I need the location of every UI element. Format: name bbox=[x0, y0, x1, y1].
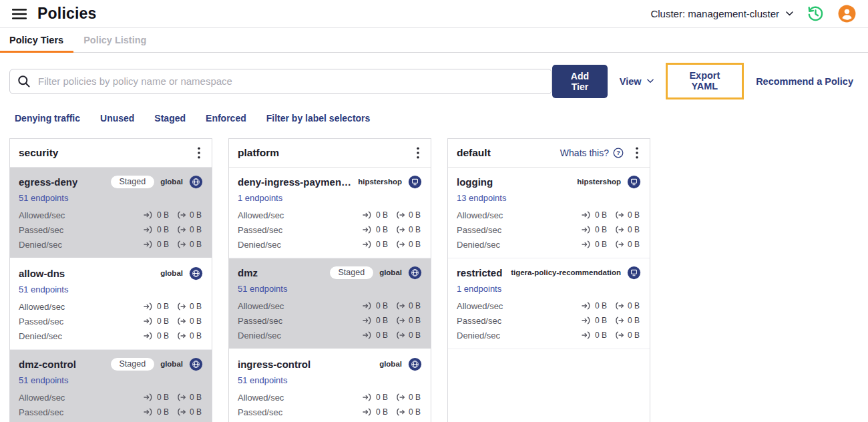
egress-value: 0 B bbox=[190, 240, 202, 249]
cluster-selector-label: Cluster: management-cluster bbox=[650, 8, 779, 19]
egress-value: 0 B bbox=[190, 210, 202, 220]
egress-value: 0 B bbox=[190, 302, 202, 311]
ingress-value: 0 B bbox=[157, 407, 169, 417]
metric-group: 0 B bbox=[614, 301, 640, 310]
egress-icon bbox=[614, 240, 624, 248]
metric-group: 0 B bbox=[176, 302, 202, 311]
endpoints-link[interactable]: 51 endpoints bbox=[19, 193, 68, 203]
endpoints-link[interactable]: 51 endpoints bbox=[19, 375, 68, 385]
filter-staged[interactable]: Staged bbox=[154, 113, 186, 124]
policy-card[interactable]: egress-denyStagedglobal51 endpointsAllow… bbox=[10, 168, 212, 259]
kebab-menu-icon bbox=[417, 147, 419, 159]
policy-card[interactable]: restrictedtigera-policy-recommendation1 … bbox=[448, 258, 650, 349]
tier-header-actions bbox=[414, 146, 422, 160]
policy-card[interactable]: deny-ingress-paymentservi…hipstershop1 e… bbox=[229, 168, 431, 258]
metric-group: 0 B bbox=[144, 331, 169, 341]
endpoints-link[interactable]: 1 endpoints bbox=[457, 284, 501, 294]
tier-menu-button[interactable] bbox=[195, 146, 203, 160]
tier-header-actions bbox=[195, 146, 203, 160]
metric-row: Passed/sec0 B0 B bbox=[19, 222, 203, 237]
egress-icon bbox=[614, 302, 624, 310]
policy-card-title-row: ingress-controlglobal bbox=[238, 355, 422, 373]
cluster-selector[interactable]: Cluster: management-cluster bbox=[650, 8, 793, 19]
ingress-value: 0 B bbox=[157, 316, 169, 326]
metric-group: 0 B bbox=[395, 407, 421, 417]
global-icon bbox=[189, 266, 203, 280]
view-dropdown-label: View bbox=[620, 76, 642, 87]
policy-card[interactable]: allow-dnsglobal51 endpointsAllowed/sec0 … bbox=[10, 259, 212, 350]
metric-group: 0 B bbox=[144, 393, 169, 402]
policy-card[interactable]: dmzStagedglobal51 endpointsAllowed/sec0 … bbox=[229, 258, 431, 350]
filter-enforced[interactable]: Enforced bbox=[206, 113, 246, 124]
metric-group: 0 B bbox=[144, 210, 169, 220]
metric-values: 0 B0 B bbox=[582, 301, 641, 310]
endpoints-link[interactable]: 51 endpoints bbox=[19, 284, 68, 294]
metric-group: 0 B bbox=[582, 316, 607, 325]
filter-by-label-selectors[interactable]: Filter by label selectors bbox=[266, 113, 371, 124]
metric-group: 0 B bbox=[614, 331, 640, 340]
ingress-icon bbox=[582, 302, 592, 310]
endpoints-link[interactable]: 1 endpoints bbox=[238, 193, 282, 203]
scope-label: hipstershop bbox=[577, 178, 621, 186]
endpoints-link[interactable]: 13 endpoints bbox=[457, 193, 506, 203]
tab-policy-listing[interactable]: Policy Listing bbox=[73, 28, 156, 52]
policy-filter-input[interactable] bbox=[9, 69, 552, 94]
policy-card-meta: hipstershop bbox=[572, 175, 641, 189]
metric-values: 0 B0 B bbox=[144, 225, 203, 234]
ingress-value: 0 B bbox=[595, 225, 607, 234]
avatar-button[interactable] bbox=[838, 5, 856, 23]
egress-icon bbox=[395, 316, 405, 325]
ingress-value: 0 B bbox=[157, 210, 169, 220]
filter-unused[interactable]: Unused bbox=[100, 113, 134, 124]
whats-this-link[interactable]: Whats this?? bbox=[560, 148, 624, 158]
tier-menu-button[interactable] bbox=[414, 146, 422, 160]
metric-group: 0 B bbox=[363, 240, 388, 249]
egress-value: 0 B bbox=[409, 393, 421, 402]
kebab-menu-icon bbox=[636, 147, 638, 159]
ingress-value: 0 B bbox=[595, 316, 607, 325]
ingress-value: 0 B bbox=[157, 225, 169, 234]
policy-name: ingress-control bbox=[238, 359, 310, 370]
ingress-icon bbox=[144, 408, 154, 416]
policy-card[interactable]: logginghipstershop13 endpointsAllowed/se… bbox=[448, 168, 650, 258]
egress-icon bbox=[614, 316, 624, 325]
ingress-value: 0 B bbox=[157, 393, 169, 402]
metric-group: 0 B bbox=[395, 225, 421, 234]
namespace-icon bbox=[627, 175, 641, 189]
policy-card[interactable]: dmz-controlStagedglobal51 endpointsAllow… bbox=[10, 350, 212, 422]
metric-row: Allowed/sec0 B0 B bbox=[19, 390, 203, 405]
metric-group: 0 B bbox=[176, 316, 202, 326]
tier-menu-button[interactable] bbox=[633, 146, 641, 160]
hamburger-menu-button[interactable] bbox=[11, 7, 28, 21]
ingress-value: 0 B bbox=[595, 301, 607, 310]
metric-row: Passed/sec0 B0 B bbox=[238, 313, 422, 328]
metric-group: 0 B bbox=[582, 210, 607, 220]
global-icon bbox=[189, 266, 203, 280]
metric-group: 0 B bbox=[614, 240, 640, 249]
ingress-value: 0 B bbox=[376, 331, 388, 340]
tab-policy-tiers[interactable]: Policy Tiers bbox=[0, 28, 73, 52]
egress-icon bbox=[176, 393, 186, 401]
history-button[interactable] bbox=[807, 5, 825, 23]
ingress-icon bbox=[144, 240, 154, 248]
global-icon bbox=[408, 266, 422, 280]
endpoints-link[interactable]: 51 endpoints bbox=[238, 284, 287, 294]
policy-name: deny-ingress-paymentservi… bbox=[238, 176, 353, 188]
filter-denying-traffic[interactable]: Denying traffic bbox=[15, 113, 80, 124]
metric-label: Passed/sec bbox=[238, 407, 282, 417]
question-icon: ? bbox=[613, 148, 624, 158]
endpoints-link[interactable]: 51 endpoints bbox=[238, 375, 287, 385]
policy-card-meta: tigera-policy-recommendation bbox=[505, 266, 641, 280]
egress-icon bbox=[614, 226, 624, 234]
export-yaml-button[interactable]: Export YAML bbox=[677, 70, 733, 91]
policy-card[interactable]: ingress-controlglobal51 endpointsAllowed… bbox=[229, 350, 431, 422]
add-tier-button[interactable]: Add Tier bbox=[552, 65, 608, 98]
recommend-policy-button[interactable]: Recommend a Policy bbox=[756, 76, 853, 87]
tier-board: securityegress-denyStagedglobal51 endpoi… bbox=[9, 138, 868, 422]
egress-value: 0 B bbox=[409, 407, 421, 417]
metric-row: Allowed/sec0 B0 B bbox=[238, 298, 422, 313]
egress-value: 0 B bbox=[409, 301, 421, 310]
policy-card-title-row: restrictedtigera-policy-recommendation bbox=[457, 264, 641, 281]
ingress-value: 0 B bbox=[376, 240, 388, 249]
view-dropdown[interactable]: View bbox=[620, 76, 654, 87]
